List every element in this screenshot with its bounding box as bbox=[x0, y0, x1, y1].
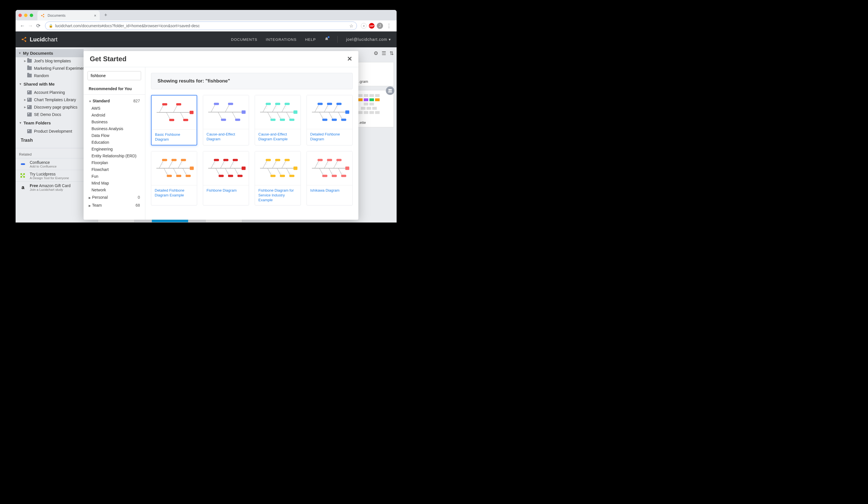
forward-button[interactable]: → bbox=[26, 22, 34, 30]
sidebar-item[interactable]: ▶Random bbox=[16, 72, 84, 79]
browser-toolbar: ← → ⟳ 🔒 lucidchart.com/documents#docs?fo… bbox=[16, 20, 396, 31]
doc-card[interactable]: ...ette bbox=[354, 90, 394, 127]
template-card[interactable]: Detailed Fishbone Diagram bbox=[307, 95, 353, 145]
category-child[interactable]: Data Flow bbox=[84, 132, 145, 139]
template-card[interactable]: Detailed Fishbone Diagram Example bbox=[151, 151, 197, 206]
related-item[interactable]: ConfluenceAdd to Confluence bbox=[16, 158, 84, 170]
back-button[interactable]: ← bbox=[18, 22, 26, 30]
close-icon[interactable]: ✕ bbox=[347, 55, 352, 63]
browser-tab[interactable]: Documents × bbox=[38, 11, 100, 20]
logo[interactable]: Lucidchart bbox=[21, 36, 58, 43]
category-list[interactable]: ▼Standard827AWSAndroidBusinessBusiness A… bbox=[84, 95, 145, 220]
related-item[interactable]: a Free Amazon Gift CardJoin a Lucidchart… bbox=[16, 181, 84, 193]
template-card[interactable]: Cause-and-Effect Diagram Example bbox=[255, 95, 301, 145]
template-name: Fishbone Diagram bbox=[203, 185, 249, 199]
svg-rect-108 bbox=[322, 119, 328, 121]
category-child[interactable]: Floorplan bbox=[84, 159, 145, 166]
category-child[interactable]: Education bbox=[84, 139, 145, 146]
sidebar-item[interactable]: ▶Marketing Funnel Experiments bbox=[16, 64, 84, 72]
svg-rect-168 bbox=[228, 175, 233, 177]
svg-point-0 bbox=[41, 15, 42, 16]
template-card[interactable]: Basic Fishbone Diagram bbox=[151, 95, 197, 145]
svg-line-9 bbox=[23, 39, 25, 41]
bookmark-icon[interactable]: ☆ bbox=[349, 23, 353, 29]
svg-rect-228 bbox=[341, 175, 346, 177]
svg-rect-208 bbox=[318, 159, 323, 161]
address-bar[interactable]: 🔒 lucidchart.com/documents#docs?folder_i… bbox=[45, 21, 357, 30]
template-name: Basic Fishbone Diagram bbox=[152, 130, 197, 145]
svg-rect-172 bbox=[233, 159, 238, 161]
category-team[interactable]: ▶Team68 bbox=[84, 201, 145, 209]
svg-rect-86 bbox=[275, 103, 280, 105]
template-thumbnail bbox=[151, 151, 197, 185]
nav-integrations[interactable]: INTEGRATIONS bbox=[266, 38, 297, 42]
sidebar-trash[interactable]: Trash bbox=[16, 135, 84, 146]
category-child[interactable]: Mind Map bbox=[84, 180, 145, 187]
sidebar-item[interactable]: ▶Account Planning bbox=[16, 89, 84, 96]
category-standard[interactable]: ▼Standard827 bbox=[84, 97, 145, 105]
search-input[interactable] bbox=[88, 71, 141, 80]
sidebar-section-team[interactable]: ▼Team Folders bbox=[16, 118, 84, 128]
profile-avatar[interactable]: J bbox=[377, 23, 383, 29]
svg-rect-22 bbox=[369, 98, 374, 101]
svg-rect-58 bbox=[162, 103, 167, 105]
svg-rect-112 bbox=[327, 103, 332, 105]
svg-rect-27 bbox=[366, 107, 371, 110]
browser-tab-bar: Documents × + bbox=[16, 10, 396, 20]
close-window-icon[interactable] bbox=[18, 13, 22, 17]
category-child[interactable]: Business Analysis bbox=[84, 125, 145, 132]
svg-rect-224 bbox=[337, 159, 342, 161]
template-card[interactable]: Cause-and-Effect Diagram bbox=[203, 95, 249, 145]
svg-line-61 bbox=[173, 104, 178, 112]
doc-card[interactable]: ...gram bbox=[354, 62, 394, 86]
category-child[interactable]: Business bbox=[84, 119, 145, 125]
sidebar-item[interactable]: ▶Joel's blog templates bbox=[16, 57, 84, 64]
nav-documents[interactable]: DOCUMENTS bbox=[231, 38, 258, 42]
close-tab-icon[interactable]: × bbox=[94, 13, 96, 18]
sidebar-item[interactable]: ▶SE Demo Docs bbox=[16, 111, 84, 118]
category-child[interactable]: Android bbox=[84, 112, 145, 119]
nav-help[interactable]: HELP bbox=[305, 38, 316, 42]
svg-rect-212 bbox=[322, 175, 328, 177]
notifications-icon[interactable] bbox=[324, 37, 329, 42]
collaborators-icon[interactable] bbox=[386, 87, 394, 95]
sidebar-section-my-documents[interactable]: ▼My Documents bbox=[16, 49, 84, 57]
recommended-header[interactable]: Recommended for You bbox=[84, 84, 145, 95]
sidebar-item[interactable]: ▶Discovery page graphics bbox=[16, 103, 84, 111]
category-child[interactable]: Network bbox=[84, 187, 145, 193]
category-child[interactable]: Flowchart bbox=[84, 166, 145, 173]
svg-rect-128 bbox=[190, 167, 194, 170]
category-personal[interactable]: ▶Personal0 bbox=[84, 193, 145, 201]
template-thumbnail bbox=[203, 151, 249, 185]
logo-icon bbox=[21, 36, 28, 42]
user-menu[interactable]: joel@lucidchart.com ▾ bbox=[346, 37, 391, 42]
template-card[interactable]: Fishbone Diagram bbox=[203, 151, 249, 206]
svg-point-7 bbox=[25, 41, 26, 42]
svg-rect-198 bbox=[285, 159, 290, 161]
svg-point-6 bbox=[25, 37, 26, 39]
category-child[interactable]: Entity Relationship (ERD) bbox=[84, 152, 145, 159]
sidebar-section-shared[interactable]: ▼Shared with Me bbox=[16, 79, 84, 89]
category-child[interactable]: Fun bbox=[84, 173, 145, 180]
adblock-icon[interactable]: ABP bbox=[369, 23, 374, 29]
sort-icon[interactable]: ⇅ bbox=[390, 50, 394, 57]
reload-button[interactable]: ⟳ bbox=[34, 22, 42, 30]
template-card[interactable]: Ishikawa Diagram bbox=[307, 151, 353, 206]
svg-rect-82 bbox=[270, 119, 276, 121]
browser-menu-icon[interactable]: ⋮ bbox=[384, 23, 394, 29]
related-item[interactable]: Try LucidpressA Design Tool for Everyone bbox=[16, 170, 84, 181]
maximize-window-icon[interactable] bbox=[30, 13, 33, 17]
sidebar-item[interactable]: ▶Product Development bbox=[16, 128, 84, 135]
template-card[interactable]: Fishbone Diagram for Service Industry Ex… bbox=[255, 151, 301, 206]
minimize-window-icon[interactable] bbox=[24, 13, 28, 17]
sidebar-item[interactable]: ▶Chart Templates Library bbox=[16, 96, 84, 103]
svg-line-71 bbox=[225, 104, 229, 112]
settings-icon[interactable]: ⚙ bbox=[374, 50, 378, 57]
category-child[interactable]: Engineering bbox=[84, 146, 145, 152]
extension-icon[interactable]: ▾ bbox=[361, 23, 366, 29]
top-nav: DOCUMENTS INTEGRATIONS HELP joel@lucidch… bbox=[231, 36, 391, 43]
list-view-icon[interactable]: ☰ bbox=[382, 50, 386, 57]
new-tab-button[interactable]: + bbox=[102, 11, 110, 19]
logo-text-light: chart bbox=[45, 36, 57, 43]
category-child[interactable]: AWS bbox=[84, 105, 145, 112]
